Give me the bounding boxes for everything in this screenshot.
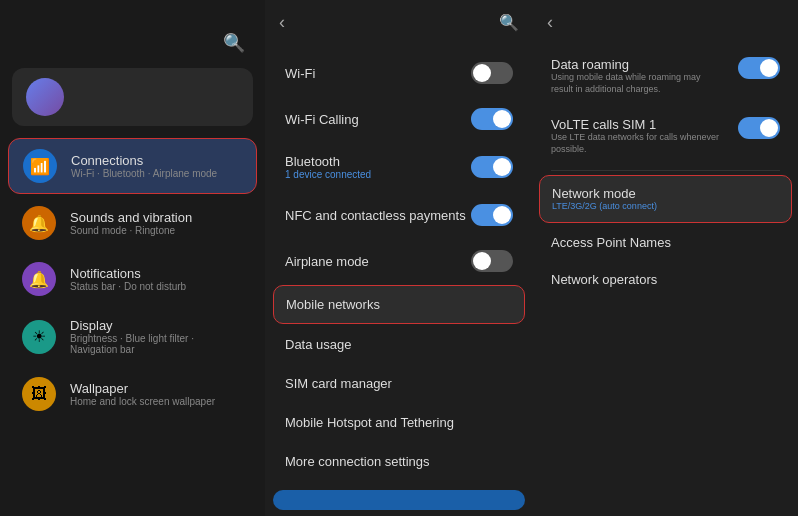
connections-text: Connections Wi-Fi · Bluetooth · Airplane… xyxy=(71,153,217,179)
volte-text: VoLTE calls SIM 1 Use LTE data networks … xyxy=(551,117,721,155)
data-usage-title: Data usage xyxy=(285,337,352,352)
nfc-left: NFC and contactless payments xyxy=(285,208,466,223)
data-usage-left: Data usage xyxy=(285,337,352,352)
airplane-toggle[interactable] xyxy=(471,250,513,272)
conn-item-mobile-networks[interactable]: Mobile networks xyxy=(273,285,525,324)
mobile-networks-title: Mobile networks xyxy=(286,297,380,312)
connections-icon: 📶 xyxy=(23,149,57,183)
user-card[interactable] xyxy=(12,68,253,126)
airplane-title: Airplane mode xyxy=(285,254,369,269)
notifications-icon: 🔔 xyxy=(22,262,56,296)
network-mode-text: Network mode LTE/3G/2G (auto connect) xyxy=(552,186,657,213)
settings-list: 📶 Connections Wi-Fi · Bluetooth · Airpla… xyxy=(0,132,265,516)
volte-sub: Use LTE data networks for calls whenever… xyxy=(551,132,721,155)
connections-panel: ‹ 🔍 Wi-Fi Wi-Fi Calling Bluetooth 1 devi… xyxy=(265,0,533,516)
sounds-title: Sounds and vibration xyxy=(70,210,192,225)
data-roaming-toggle[interactable] xyxy=(738,57,780,79)
conn-item-wifi-calling[interactable]: Wi-Fi Calling xyxy=(273,97,525,141)
display-sub: Brightness · Blue light filter · Navigat… xyxy=(70,333,243,355)
sounds-sub: Sound mode · Ringtone xyxy=(70,225,192,236)
apn-title: Access Point Names xyxy=(551,235,671,250)
display-icon: ☀ xyxy=(22,320,56,354)
connections-sub: Wi-Fi · Bluetooth · Airplane mode xyxy=(71,168,217,179)
avatar xyxy=(26,78,64,116)
search-icon[interactable]: 🔍 xyxy=(223,32,245,54)
hotspot-title: Mobile Hotspot and Tethering xyxy=(285,415,454,430)
wifi-calling-toggle[interactable] xyxy=(471,108,513,130)
wifi-title: Wi-Fi xyxy=(285,66,315,81)
network-mode-sub: LTE/3G/2G (auto connect) xyxy=(552,201,657,213)
data-roaming-sub: Using mobile data while roaming may resu… xyxy=(551,72,721,95)
notifications-text: Notifications Status bar · Do not distur… xyxy=(70,266,186,292)
mobile-item-apn[interactable]: Access Point Names xyxy=(539,225,792,260)
wifi-left: Wi-Fi xyxy=(285,66,315,81)
sidebar-item-display[interactable]: ☀ Display Brightness · Blue light filter… xyxy=(8,308,257,365)
sounds-icon: 🔔 xyxy=(22,206,56,240)
notifications-sub: Status bar · Do not disturb xyxy=(70,281,186,292)
network-operators-title: Network operators xyxy=(551,272,657,287)
conn-item-airplane[interactable]: Airplane mode xyxy=(273,239,525,283)
sounds-text: Sounds and vibration Sound mode · Ringto… xyxy=(70,210,192,236)
display-title: Display xyxy=(70,318,243,333)
settings-search-area: 🔍 xyxy=(0,28,265,62)
sidebar-item-sounds[interactable]: 🔔 Sounds and vibration Sound mode · Ring… xyxy=(8,196,257,250)
wifi-calling-title: Wi-Fi Calling xyxy=(285,112,359,127)
mobile-divider xyxy=(551,170,780,171)
mobile-back-icon[interactable]: ‹ xyxy=(547,12,553,33)
bluetooth-sub: 1 device connected xyxy=(285,169,371,180)
nfc-title: NFC and contactless payments xyxy=(285,208,466,223)
volte-toggle[interactable] xyxy=(738,117,780,139)
settings-panel: 🔍 📶 Connections Wi-Fi · Bluetooth · Airp… xyxy=(0,0,265,516)
back-arrow-icon[interactable]: ‹ xyxy=(279,12,285,33)
volte-title: VoLTE calls SIM 1 xyxy=(551,117,721,132)
connections-list: Wi-Fi Wi-Fi Calling Bluetooth 1 device c… xyxy=(265,49,533,484)
connections-header: ‹ 🔍 xyxy=(265,0,533,45)
conn-item-bluetooth[interactable]: Bluetooth 1 device connected xyxy=(273,143,525,191)
looking-card[interactable] xyxy=(273,490,525,510)
wallpaper-icon: 🖼 xyxy=(22,377,56,411)
bluetooth-toggle[interactable] xyxy=(471,156,513,178)
apn-text: Access Point Names xyxy=(551,235,671,250)
sim-manager-left: SIM card manager xyxy=(285,376,392,391)
bluetooth-left: Bluetooth 1 device connected xyxy=(285,154,371,180)
wallpaper-sub: Home and lock screen wallpaper xyxy=(70,396,215,407)
connections-search-icon[interactable]: 🔍 xyxy=(499,13,519,32)
wallpaper-title: Wallpaper xyxy=(70,381,215,396)
network-operators-text: Network operators xyxy=(551,272,657,287)
conn-item-sim-manager[interactable]: SIM card manager xyxy=(273,365,525,402)
airplane-left: Airplane mode xyxy=(285,254,369,269)
wallpaper-text: Wallpaper Home and lock screen wallpaper xyxy=(70,381,215,407)
mobile-item-data-roaming[interactable]: Data roaming Using mobile data while roa… xyxy=(539,47,792,105)
mobile-item-volte[interactable]: VoLTE calls SIM 1 Use LTE data networks … xyxy=(539,107,792,165)
network-mode-title: Network mode xyxy=(552,186,657,201)
sim-manager-title: SIM card manager xyxy=(285,376,392,391)
wifi-calling-left: Wi-Fi Calling xyxy=(285,112,359,127)
notifications-title: Notifications xyxy=(70,266,186,281)
conn-item-data-usage[interactable]: Data usage xyxy=(273,326,525,363)
connections-title: Connections xyxy=(71,153,217,168)
more-conn-left: More connection settings xyxy=(285,454,430,469)
data-roaming-text: Data roaming Using mobile data while roa… xyxy=(551,57,721,95)
conn-item-wifi[interactable]: Wi-Fi xyxy=(273,51,525,95)
bluetooth-title: Bluetooth xyxy=(285,154,371,169)
hotspot-left: Mobile Hotspot and Tethering xyxy=(285,415,454,430)
conn-item-nfc[interactable]: NFC and contactless payments xyxy=(273,193,525,237)
nfc-toggle[interactable] xyxy=(471,204,513,226)
mobile-panel: ‹ Data roaming Using mobile data while r… xyxy=(533,0,798,516)
conn-item-hotspot[interactable]: Mobile Hotspot and Tethering xyxy=(273,404,525,441)
mobile-item-network-operators[interactable]: Network operators xyxy=(539,262,792,297)
sidebar-item-notifications[interactable]: 🔔 Notifications Status bar · Do not dist… xyxy=(8,252,257,306)
conn-item-more-conn[interactable]: More connection settings xyxy=(273,443,525,480)
mobile-item-network-mode[interactable]: Network mode LTE/3G/2G (auto connect) xyxy=(539,175,792,224)
sidebar-item-connections[interactable]: 📶 Connections Wi-Fi · Bluetooth · Airpla… xyxy=(8,138,257,194)
data-roaming-title: Data roaming xyxy=(551,57,721,72)
settings-title xyxy=(0,0,265,28)
mobile-networks-left: Mobile networks xyxy=(286,297,380,312)
sidebar-item-wallpaper[interactable]: 🖼 Wallpaper Home and lock screen wallpap… xyxy=(8,367,257,421)
more-conn-title: More connection settings xyxy=(285,454,430,469)
display-text: Display Brightness · Blue light filter ·… xyxy=(70,318,243,355)
mobile-header: ‹ xyxy=(533,0,798,45)
wifi-toggle[interactable] xyxy=(471,62,513,84)
mobile-list: Data roaming Using mobile data while roa… xyxy=(533,45,798,516)
